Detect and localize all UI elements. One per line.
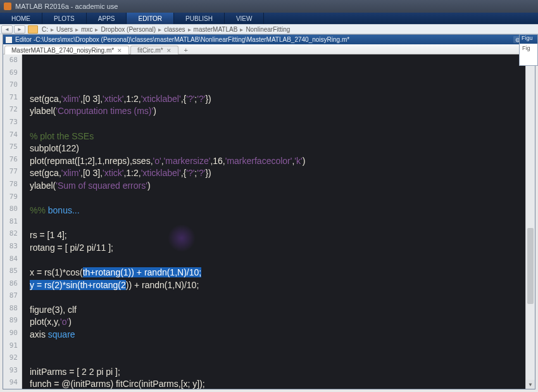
tab-home[interactable]: HOME	[0, 13, 42, 24]
line-number: 77	[3, 167, 22, 180]
line-number: 87	[3, 291, 22, 304]
editor-title-path: C:\Users\mxc\Dropbox (Personal)\classes\…	[35, 36, 349, 43]
line-number: 80	[3, 205, 22, 217]
file-tab-bar: MasterMATLAB_2740_noisyRing.m* ✕ fitCirc…	[3, 44, 535, 54]
tab-view[interactable]: VIEW	[225, 13, 265, 24]
arrow-left-icon: ◄	[4, 27, 9, 32]
code-line[interactable]	[30, 217, 535, 230]
line-number: 90	[3, 329, 22, 341]
plus-icon: +	[184, 46, 187, 54]
file-tab-new-button[interactable]: +	[181, 46, 191, 54]
line-number: 73	[3, 118, 22, 130]
line-number: 83	[3, 242, 22, 255]
editor-scrollbar[interactable]: ▲ ▼	[525, 54, 535, 389]
tab-apps[interactable]: APPS	[87, 13, 127, 24]
path-segment[interactable]: Dropbox (Personal)	[101, 26, 156, 33]
chevron-right-icon: ▸	[51, 26, 54, 33]
line-number: 86	[3, 279, 22, 292]
line-number: 72	[3, 105, 22, 118]
file-tab-label: MasterMATLAB_2740_noisyRing.m*	[11, 47, 114, 54]
code-line[interactable]	[30, 341, 535, 354]
line-number: 71	[3, 93, 22, 106]
code-line[interactable]	[30, 353, 535, 366]
nav-fwd-button[interactable]: ►	[14, 25, 25, 34]
app-titlebar: MATLAB R2016a - academic use	[0, 0, 538, 13]
folder-icon[interactable]	[28, 25, 38, 34]
file-tab-close-icon[interactable]: ✕	[117, 47, 122, 54]
code-line[interactable]: plot(repmat([1;2],1,nreps),sses,'o','mar…	[30, 155, 535, 168]
code-line[interactable]: initParms = [ 2 2 pi pi ];	[30, 366, 535, 379]
line-number: 74	[3, 130, 22, 143]
figures-panel-tab[interactable]: Fig	[520, 45, 537, 51]
code-line[interactable]: set(gca,'xlim',[0 3],'xtick',1:2,'xtickl…	[30, 167, 535, 180]
code-line[interactable]: % plot the SSEs	[30, 130, 535, 143]
line-number: 88	[3, 304, 22, 317]
line-number: 82	[3, 229, 22, 242]
line-number: 78	[3, 180, 22, 193]
code-text[interactable]: set(gca,'xlim',[0 3],'xtick',1:2,'xtickl…	[22, 54, 535, 389]
chevron-right-icon: ▸	[95, 26, 98, 33]
path-segment[interactable]: C:	[42, 26, 48, 33]
line-number: 91	[3, 341, 22, 354]
line-number: 92	[3, 353, 22, 366]
line-number-gutter: 6869707172737475767778798081828384858687…	[3, 54, 22, 389]
line-number: 84	[3, 255, 22, 267]
file-tab-label: fitCirc.m*	[137, 47, 163, 54]
tab-editor[interactable]: EDITOR	[127, 13, 174, 24]
path-segment[interactable]: NonlinearFitting	[246, 26, 290, 33]
file-tab-2[interactable]: fitCirc.m* ✕	[130, 46, 178, 54]
figures-panel-title: Figu	[520, 35, 537, 44]
path-segments[interactable]: C:▸Users▸mxc▸Dropbox (Personal)▸classes▸…	[42, 26, 290, 33]
app-title: MATLAB R2016a - academic use	[15, 3, 118, 10]
editor-window: Editor - C:\Users\mxc\Dropbox (Personal)…	[3, 34, 535, 389]
nav-back-button[interactable]: ◄	[1, 25, 13, 34]
path-segment[interactable]: mxc	[81, 26, 92, 33]
line-number: 94	[3, 378, 22, 391]
file-tab-1[interactable]: MasterMATLAB_2740_noisyRing.m* ✕	[4, 46, 129, 54]
path-segment[interactable]: classes	[164, 26, 185, 33]
code-line[interactable]: axis square	[30, 329, 535, 341]
tab-plots[interactable]: PLOTS	[42, 13, 87, 24]
figures-panel-peek[interactable]: Figu Fig	[519, 34, 538, 66]
chevron-right-icon: ▸	[240, 26, 243, 33]
code-line[interactable]	[30, 255, 535, 267]
chevron-right-icon: ▸	[158, 26, 161, 33]
code-line[interactable]: rs = [1 4];	[30, 229, 535, 242]
code-line[interactable]	[30, 193, 535, 205]
code-line[interactable]: set(gca,'xlim',[0 3],'xtick',1:2,'xtickl…	[30, 93, 535, 106]
code-line[interactable]: figure(3), clf	[30, 304, 535, 317]
line-number: 76	[3, 155, 22, 168]
path-segment[interactable]: masterMATLAB	[194, 26, 238, 33]
editor-doc-icon	[6, 37, 12, 43]
scroll-track[interactable]	[526, 63, 535, 380]
code-line[interactable]	[30, 118, 535, 130]
line-number: 89	[3, 316, 22, 329]
chevron-right-icon: ▸	[188, 26, 191, 33]
scroll-down-button[interactable]: ▼	[526, 380, 535, 389]
chevron-right-icon: ▸	[75, 26, 78, 33]
arrow-right-icon: ►	[17, 27, 22, 32]
code-area[interactable]: 6869707172737475767778798081828384858687…	[3, 54, 535, 389]
file-tab-close-icon[interactable]: ✕	[166, 47, 172, 54]
matlab-logo-icon	[4, 3, 11, 10]
line-number: 75	[3, 142, 22, 155]
code-line[interactable]: ylabel('Computation times (ms)')	[30, 105, 535, 118]
code-line[interactable]	[30, 291, 535, 304]
code-line[interactable]: ylabel('Sum of squared errors')	[30, 180, 535, 193]
editor-title-prefix: Editor -	[15, 36, 35, 43]
code-line[interactable]: plot(x,y,'o')	[30, 316, 535, 329]
current-folder-bar: ◄ ► C:▸Users▸mxc▸Dropbox (Personal)▸clas…	[0, 24, 538, 34]
code-line[interactable]: subplot(122)	[30, 142, 535, 155]
line-number: 81	[3, 217, 22, 230]
tab-publish[interactable]: PUBLISH	[174, 13, 225, 24]
code-line[interactable]: funch = @(initParms) fitCirc(initParms,[…	[30, 378, 535, 389]
scroll-thumb[interactable]	[527, 228, 534, 304]
code-line[interactable]: y = rs(2)*sin(th+rotang(2)) + randn(1,N)…	[30, 279, 535, 292]
line-number: 68	[3, 56, 22, 68]
code-line[interactable]: %% bonus...	[30, 205, 535, 217]
line-number: 85	[3, 267, 22, 279]
code-line[interactable]: rotang = [ pi/2 pi/11 ];	[30, 242, 535, 255]
path-segment[interactable]: Users	[56, 26, 73, 33]
editor-titlebar: Editor - C:\Users\mxc\Dropbox (Personal)…	[3, 35, 535, 44]
code-line[interactable]: x = rs(1)*cos(th+rotang(1)) + randn(1,N)…	[30, 267, 535, 279]
